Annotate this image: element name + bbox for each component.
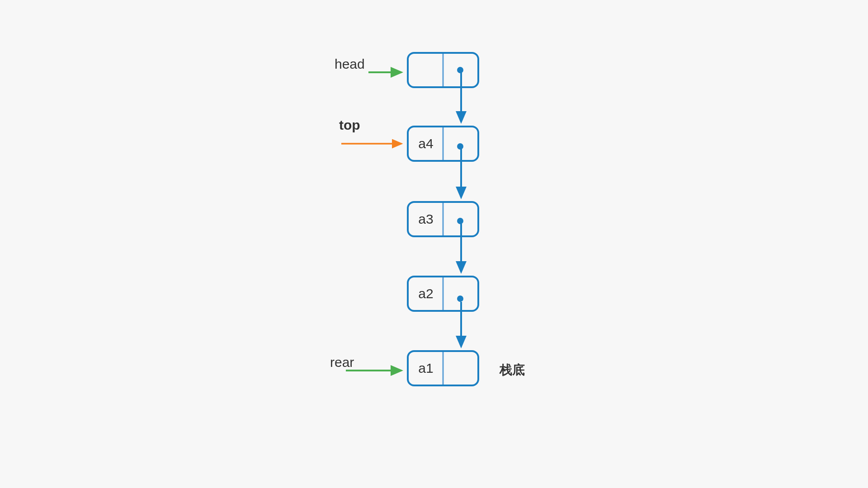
node-head (407, 52, 479, 88)
pointer-dot-icon (457, 296, 463, 302)
node-a1: a1 (407, 350, 479, 386)
node-data (409, 54, 443, 86)
node-data: a3 (409, 203, 443, 235)
node-data: a2 (409, 277, 443, 310)
node-data: a4 (409, 127, 443, 160)
label-stack-bottom: 栈底 (500, 361, 525, 379)
label-rear: rear (330, 355, 354, 370)
pointer-dot-icon (457, 143, 463, 150)
pointer-dot-icon (457, 218, 463, 224)
node-a4: a4 (407, 126, 479, 162)
label-head: head (335, 56, 365, 72)
node-a2: a2 (407, 276, 479, 312)
diagram-canvas: a4 a3 a2 a1 head top rear 栈底 (0, 0, 868, 488)
label-top: top (339, 117, 360, 133)
node-data: a1 (409, 352, 443, 385)
pointer-dot-icon (457, 67, 463, 73)
node-a3: a3 (407, 201, 479, 237)
